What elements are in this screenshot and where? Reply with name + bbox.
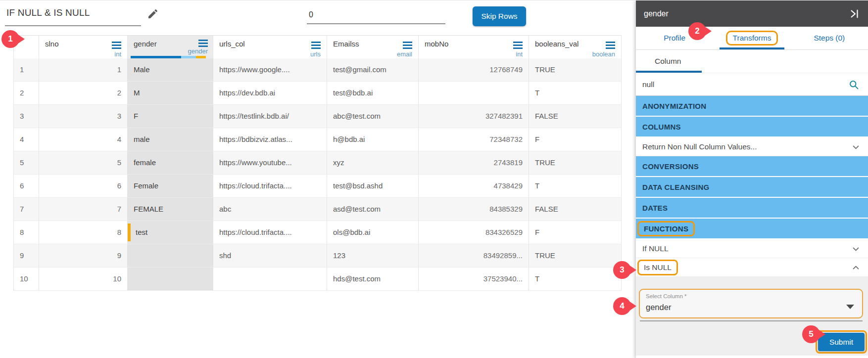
cell-gender-row1[interactable]: Male (128, 58, 213, 82)
search-icon (849, 80, 859, 90)
column-menu-icon[interactable] (403, 42, 412, 49)
cell-Emailss-row1[interactable]: test@gmail.com (327, 58, 419, 82)
cell-mobNo-row10[interactable]: 37523940... (419, 268, 529, 291)
cell-slno-row2[interactable]: 2 (39, 82, 128, 105)
cell-slno-row4[interactable]: 4 (39, 128, 128, 151)
category-conversions[interactable]: CONVERSIONS (636, 156, 868, 177)
cell-mobNo-row3[interactable]: 327482391 (419, 105, 529, 128)
cell-gender-row7[interactable]: FEMALE (128, 198, 213, 221)
tab-steps-0[interactable]: Steps (0) (791, 27, 868, 49)
column-menu-icon[interactable] (606, 42, 615, 49)
row-index-cell: 5 (14, 151, 39, 175)
tab-transforms[interactable]: Transforms (713, 27, 790, 49)
tab-column[interactable]: Column (636, 50, 868, 73)
cell-Emailss-row8[interactable]: ols@bdb.ai (327, 221, 419, 244)
cell-urls_col-row2[interactable]: https://dev.bdb.ai (213, 82, 327, 105)
cell-booleans_val-row10[interactable]: T (529, 268, 622, 291)
skip-rows-input[interactable] (307, 6, 445, 24)
transform-item-is-null[interactable]: Is NULL (636, 258, 868, 277)
column-menu-icon[interactable] (112, 42, 121, 49)
cell-booleans_val-row7[interactable]: FALSE (529, 198, 622, 221)
cell-urls_col-row7[interactable]: abc (213, 198, 327, 221)
cell-urls_col-row1[interactable]: https://www.google.... (213, 58, 327, 82)
cell-Emailss-row2[interactable]: test@bdb.ai (327, 82, 419, 105)
panel-title: gender (644, 9, 669, 18)
cell-gender-row5[interactable]: female (128, 151, 213, 175)
cell-slno-row1[interactable]: 1 (39, 58, 128, 82)
cell-slno-row8[interactable]: 8 (39, 221, 128, 244)
cell-urls_col-row9[interactable]: shd (213, 244, 327, 268)
row-index-cell: 10 (14, 268, 39, 291)
chevron-down-icon[interactable] (852, 143, 860, 153)
cell-slno-row3[interactable]: 3 (39, 105, 128, 128)
transform-item-if-null[interactable]: If NULL (636, 239, 868, 258)
cell-gender-row3[interactable]: F (128, 105, 213, 128)
toolbar: IF NULL & IS NULL Skip Rows (0, 0, 621, 35)
cell-Emailss-row5[interactable]: xyz (327, 151, 419, 175)
cell-urls_col-row8[interactable]: https://cloud.trifacta.... (213, 221, 327, 244)
cell-mobNo-row4[interactable]: 72348732 (419, 128, 529, 151)
category-columns[interactable]: COLUMNS (636, 117, 868, 137)
cell-booleans_val-row2[interactable]: T (529, 82, 622, 105)
cell-gender-row9[interactable] (128, 244, 213, 268)
panel-tabs: ProfileTransformsSteps (0) (636, 27, 868, 50)
cell-mobNo-row6[interactable]: 4738429 (419, 175, 529, 198)
cell-urls_col-row4[interactable]: https://bdbizviz.atlas... (213, 128, 327, 151)
category-data-cleansing[interactable]: DATA CLEANSING (636, 177, 868, 198)
cell-gender-row6[interactable]: Female (128, 175, 213, 198)
cell-urls_col-row5[interactable]: https://www.youtube... (213, 151, 327, 175)
column-menu-icon[interactable] (311, 42, 321, 49)
transform-item-return-non-null-column-values[interactable]: Return Non Null Column Values... (636, 137, 868, 156)
column-type-label: gender (188, 47, 208, 55)
cell-gender-row10[interactable] (128, 268, 213, 291)
row-index-cell: 2 (14, 82, 39, 105)
cell-mobNo-row8[interactable]: 834326529 (419, 221, 529, 244)
collapse-panel-icon[interactable] (849, 8, 860, 19)
cell-mobNo-row7[interactable]: 84385329 (419, 198, 529, 221)
cell-mobNo-row2[interactable] (419, 82, 529, 105)
cell-booleans_val-row3[interactable]: FALSE (529, 105, 622, 128)
cell-slno-row10[interactable]: 10 (39, 268, 128, 291)
category-anonymization[interactable]: ANONYMIZATION (636, 96, 868, 117)
cell-slno-row7[interactable]: 7 (39, 198, 128, 221)
cell-mobNo-row5[interactable]: 2743819 (419, 151, 529, 175)
cell-Emailss-row10[interactable]: hds@test.com (327, 268, 419, 291)
chevron-up-icon[interactable] (852, 264, 860, 274)
edit-pencil-icon[interactable] (147, 8, 159, 20)
cell-booleans_val-row6[interactable]: T (529, 175, 622, 198)
cell-booleans_val-row1[interactable]: TRUE (529, 58, 622, 82)
cell-booleans_val-row5[interactable]: TRUE (529, 151, 622, 175)
cell-Emailss-row9[interactable]: 123 (327, 244, 419, 268)
column-type-label: email (397, 50, 412, 58)
chevron-down-icon[interactable] (852, 245, 860, 255)
category-dates[interactable]: DATES (636, 198, 868, 219)
cell-gender-row8[interactable]: test (128, 221, 213, 244)
category-functions[interactable]: FUNCTIONS (636, 219, 868, 239)
cell-slno-row5[interactable]: 5 (39, 151, 128, 175)
cell-gender-row4[interactable]: male (128, 128, 213, 151)
annotation-pin-4: 4 (613, 297, 631, 315)
cell-booleans_val-row4[interactable]: F (529, 128, 622, 151)
cell-urls_col-row6[interactable]: https://cloud.trifacta.... (213, 175, 327, 198)
cell-Emailss-row3[interactable]: abc@test.com (327, 105, 419, 128)
cell-urls_col-row3[interactable]: https://testlink.bdb.ai/ (213, 105, 327, 128)
select-column-dropdown[interactable]: Select Column * gender (639, 289, 863, 318)
skip-rows-button[interactable]: Skip Rows (473, 6, 526, 26)
cell-Emailss-row7[interactable]: asd@test.com (327, 198, 419, 221)
column-menu-icon[interactable] (513, 42, 523, 49)
cell-mobNo-row1[interactable]: 12768749 (419, 58, 529, 82)
annotation-pin-2: 2 (688, 22, 706, 40)
label: DATES (642, 204, 668, 212)
cell-Emailss-row6[interactable]: test@bsd.ashd (327, 175, 419, 198)
cell-gender-row2[interactable]: M (128, 82, 213, 105)
cell-booleans_val-row8[interactable]: F (529, 221, 622, 244)
cell-Emailss-row4[interactable]: h@bdb.ai (327, 128, 419, 151)
cell-mobNo-row9[interactable]: 83492859... (419, 244, 529, 268)
is-null-form: Select Column * gender Submit (636, 277, 868, 356)
search-input[interactable] (642, 73, 835, 95)
cell-slno-row6[interactable]: 6 (39, 175, 128, 198)
cell-slno-row9[interactable]: 9 (39, 244, 128, 268)
cell-booleans_val-row9[interactable]: TRUE (529, 244, 622, 268)
column-menu-icon[interactable] (198, 40, 208, 47)
cell-urls_col-row10[interactable] (213, 268, 327, 291)
